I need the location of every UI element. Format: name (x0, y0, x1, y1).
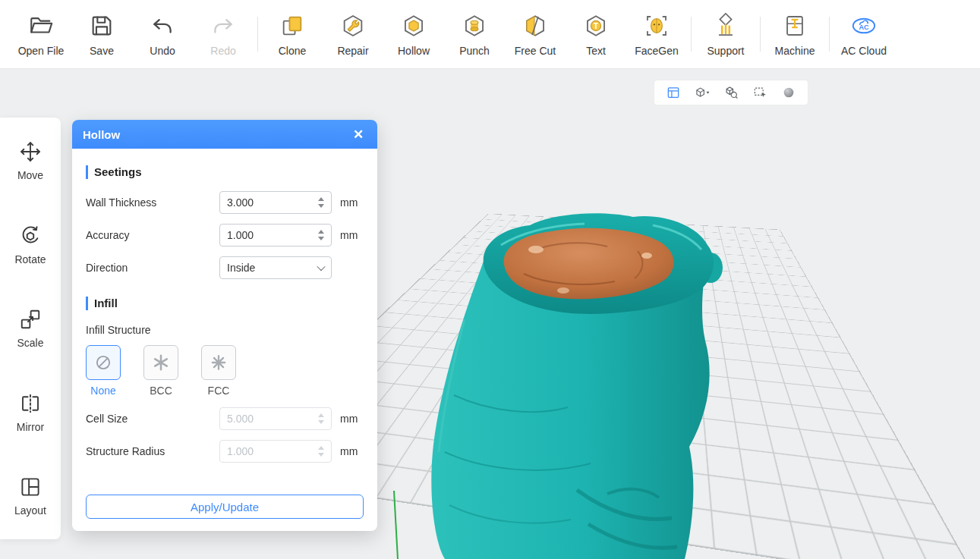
display-mode-icon[interactable] (692, 83, 713, 102)
close-icon[interactable]: ✕ (350, 126, 367, 143)
svg-text:T: T (594, 20, 599, 30)
infill-option-fcc[interactable]: FCC (201, 345, 236, 397)
toolbar-label: Hollow (398, 45, 430, 57)
zoom-view-icon[interactable] (720, 83, 742, 102)
infill-option-bcc[interactable]: BCC (143, 345, 178, 397)
chevron-down-icon (317, 262, 325, 271)
toolbar-label: Punch (459, 45, 490, 57)
field-structure-radius: Structure Radius 1.000 mm (86, 440, 364, 463)
toolbar-text[interactable]: T Text (566, 12, 626, 57)
toolbar-clone[interactable]: Clone (262, 12, 323, 57)
spinner-up-icon (318, 446, 324, 450)
sidebar-item-layout[interactable]: Layout (14, 476, 46, 517)
infill-none-icon[interactable] (86, 345, 121, 380)
ac-cloud-icon: AC (850, 12, 878, 39)
toolbar-label: Save (90, 45, 114, 57)
unit-label: mm (340, 229, 358, 241)
field-accuracy: Accuracy 1.000 mm (86, 224, 364, 247)
direction-select[interactable]: Inside (219, 256, 332, 279)
toolbar-ac-cloud[interactable]: AC AC Cloud (833, 12, 894, 57)
sidebar-item-label: Mirror (17, 421, 45, 433)
support-icon (712, 12, 739, 39)
spinner-up-icon (318, 413, 324, 417)
toolbar-free-cut[interactable]: Free Cut (505, 12, 566, 57)
field-wall-thickness: Wall Thickness 3.000 mm (86, 191, 364, 214)
workspace: Move Rotate Scale (0, 69, 980, 559)
spinner-down-icon (318, 420, 324, 424)
clone-icon (279, 12, 306, 39)
infill-option-label: BCC (150, 385, 172, 397)
infill-option-label: None (90, 385, 115, 397)
punch-icon (461, 12, 488, 39)
hollow-dialog: Hollow ✕ Seetings Wall Thickness 3.000 m… (72, 120, 377, 531)
sidebar-item-label: Rotate (14, 253, 46, 265)
sidebar-item-move[interactable]: Move (17, 140, 43, 181)
input-value: 3.000 (227, 196, 315, 209)
input-value: 5.000 (227, 413, 315, 425)
apply-update-button[interactable]: Apply/Update (86, 495, 364, 519)
dialog-title: Hollow (83, 128, 120, 141)
toolbar-hollow[interactable]: Hollow (383, 12, 444, 57)
transform-sidebar: Move Rotate Scale (0, 118, 61, 539)
spinner-down-icon[interactable] (318, 237, 324, 240)
infill-section-header: Infill (86, 297, 364, 310)
svg-text:AC: AC (859, 24, 869, 31)
settings-section-header: Seetings (86, 165, 364, 179)
sidebar-item-label: Scale (17, 337, 43, 349)
render-sphere-icon[interactable] (778, 83, 799, 102)
spinner-up-icon[interactable] (318, 230, 324, 234)
accuracy-input[interactable]: 1.000 (219, 224, 332, 247)
rotate-icon (19, 225, 42, 247)
repair-icon (339, 12, 367, 39)
folder-open-icon (27, 12, 55, 39)
toolbar-facegen[interactable]: FaceGen (626, 12, 687, 57)
spinner-arrows[interactable] (318, 230, 324, 240)
toolbar-label: Clone (279, 45, 307, 57)
unit-label: mm (340, 196, 358, 209)
unit-label: mm (340, 413, 358, 425)
box-select-icon[interactable] (749, 83, 770, 102)
toolbar-punch[interactable]: Punch (444, 12, 505, 57)
toolbar-undo[interactable]: Undo (132, 12, 193, 57)
sidebar-item-rotate[interactable]: Rotate (14, 225, 46, 265)
input-value: 1.000 (227, 229, 315, 241)
scale-icon (19, 308, 42, 331)
toolbar-repair[interactable]: Repair (323, 12, 383, 57)
toolbar-support[interactable]: Support (695, 12, 756, 57)
infill-fcc-icon[interactable] (201, 345, 236, 380)
toolbar-save[interactable]: Save (71, 12, 132, 57)
view-manager-icon[interactable] (663, 83, 684, 102)
toolbar-open-file[interactable]: Open File (11, 12, 71, 57)
spinner-up-icon[interactable] (318, 197, 324, 201)
viewport-toolbar (654, 80, 808, 105)
sidebar-item-scale[interactable]: Scale (17, 308, 43, 349)
infill-structure-label: Infill Structure (86, 324, 364, 336)
infill-option-label: FCC (208, 385, 230, 397)
toolbar-separator (829, 17, 830, 52)
selected-option: Inside (227, 262, 318, 274)
infill-option-none[interactable]: None (86, 345, 121, 397)
toolbar-label: Repair (337, 45, 368, 57)
toolbar-label: AC Cloud (841, 45, 887, 57)
free-cut-icon (522, 12, 549, 39)
spinner-arrows (318, 413, 324, 424)
spinner-down-icon[interactable] (318, 204, 324, 208)
cell-size-input: 5.000 (219, 407, 332, 430)
spinner-arrows[interactable] (318, 197, 324, 208)
text-icon: T (582, 12, 610, 39)
toolbar-label: Support (707, 45, 744, 57)
field-label: Wall Thickness (86, 196, 219, 209)
undo-icon (149, 12, 176, 39)
mirror-icon (19, 392, 42, 415)
main-toolbar: Open File Save Undo Redo (0, 0, 980, 69)
infill-bcc-icon[interactable] (143, 345, 178, 380)
toolbar-machine[interactable]: Machine (764, 12, 825, 57)
toolbar-separator (691, 17, 692, 52)
redo-icon (210, 12, 237, 39)
wall-thickness-input[interactable]: 3.000 (219, 191, 332, 214)
move-icon (19, 140, 42, 163)
dialog-header[interactable]: Hollow ✕ (72, 120, 377, 149)
sidebar-item-label: Move (17, 169, 43, 181)
machine-icon (781, 12, 808, 39)
sidebar-item-mirror[interactable]: Mirror (17, 392, 45, 433)
